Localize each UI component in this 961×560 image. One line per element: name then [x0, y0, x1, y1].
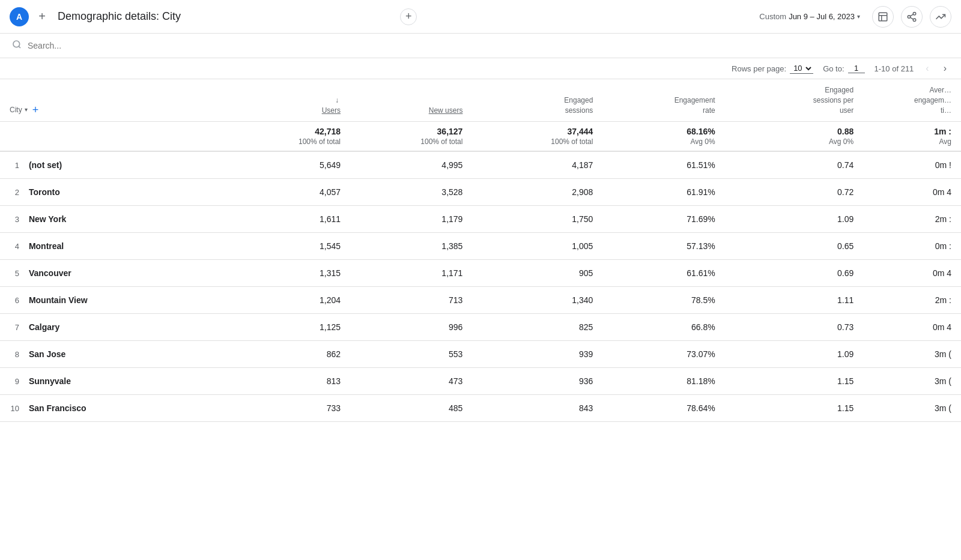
- engagement-rate-cell: 78.5%: [602, 287, 724, 314]
- totals-city-cell: [0, 122, 228, 152]
- add-tab-right-button[interactable]: +: [400, 8, 417, 25]
- totals-engspu-sub: Avg 0%: [735, 137, 854, 146]
- new-users-cell: 473: [350, 368, 472, 395]
- users-cell: 813: [228, 368, 350, 395]
- new-users-cell: 553: [350, 341, 472, 368]
- engaged-spu-column-label: Engagedsessions peruser: [813, 85, 853, 115]
- avatar: A: [10, 7, 29, 26]
- users-cell: 1,125: [228, 314, 350, 341]
- engaged-spu-cell: 0.65: [725, 233, 864, 260]
- engagement-rate-column-label: Engagementrate: [675, 95, 715, 116]
- totals-engrate-main: 68.16%: [612, 127, 715, 136]
- table-row: 9 Sunnyvale 813 473 936 81.18% 1.15 3m (: [0, 368, 961, 395]
- add-dimension-button[interactable]: +: [32, 104, 39, 115]
- users-cell: 5,649: [228, 151, 350, 179]
- engaged-sessions-cell: 843: [472, 395, 602, 422]
- avg-engagement-cell: 0m :: [863, 233, 961, 260]
- city-dropdown-icon[interactable]: ▾: [25, 106, 28, 114]
- engaged-spu-cell: 0.72: [725, 179, 864, 206]
- new-users-column-header[interactable]: New users: [350, 79, 472, 122]
- totals-avg-sub: Avg: [873, 137, 951, 146]
- users-cell: 862: [228, 341, 350, 368]
- row-number: 5: [10, 269, 19, 278]
- row-number: 2: [10, 188, 19, 197]
- city-name: Sunnyvale: [29, 376, 71, 386]
- engaged-sessions-cell: 1,340: [472, 287, 602, 314]
- engaged-spu-cell: 0.69: [725, 260, 864, 287]
- date-chevron-icon: ▾: [857, 13, 860, 20]
- goto-input[interactable]: [848, 64, 865, 73]
- new-users-cell: 1,171: [350, 260, 472, 287]
- avg-engagement-cell: 3m (: [863, 341, 961, 368]
- engaged-spu-cell: 0.73: [725, 314, 864, 341]
- engagement-rate-cell: 61.61%: [602, 260, 724, 287]
- engaged-sessions-cell: 939: [472, 341, 602, 368]
- totals-engaged-main: 37,444: [482, 127, 593, 136]
- city-cell: 2 Toronto: [0, 179, 228, 206]
- row-number: 6: [10, 296, 19, 305]
- engagement-rate-cell: 78.64%: [602, 395, 724, 422]
- engagement-rate-cell: 73.07%: [602, 341, 724, 368]
- city-name: Mountain View: [29, 295, 88, 305]
- add-tab-left-button[interactable]: +: [34, 8, 50, 25]
- avg-engagement-cell: 0m 4: [863, 260, 961, 287]
- goto-label: Go to:: [823, 64, 844, 73]
- date-range-picker[interactable]: Custom Jun 9 – Jul 6, 2023 ▾: [754, 10, 865, 23]
- search-input[interactable]: [28, 41, 949, 50]
- city-cell: 5 Vancouver: [0, 260, 228, 287]
- engagement-rate-cell: 66.8%: [602, 314, 724, 341]
- chart-icon-button[interactable]: [872, 6, 894, 28]
- svg-point-8: [13, 41, 20, 47]
- users-column-header[interactable]: ↓ Users: [228, 79, 350, 122]
- new-users-cell: 996: [350, 314, 472, 341]
- table-row: 10 San Francisco 733 485 843 78.64% 1.15…: [0, 395, 961, 422]
- avg-engagement-cell: 3m (: [863, 368, 961, 395]
- share-icon-button[interactable]: [901, 6, 923, 28]
- sort-arrow-icon: ↓: [335, 95, 339, 106]
- engaged-sessions-cell: 905: [472, 260, 602, 287]
- rows-per-page-control: Rows per page: 10 25 50: [732, 63, 813, 74]
- avg-engagement-column-header: Aver…engagem…ti…: [863, 79, 961, 122]
- users-column-label[interactable]: Users: [322, 106, 341, 116]
- totals-users-main: 42,718: [238, 127, 341, 136]
- row-number: 9: [10, 377, 19, 386]
- table-row: 6 Mountain View 1,204 713 1,340 78.5% 1.…: [0, 287, 961, 314]
- topbar: A + Demographic details: City + Custom J…: [0, 0, 961, 34]
- totals-new-users-sub: 100% of total: [360, 137, 462, 146]
- engaged-sessions-cell: 4,187: [472, 151, 602, 179]
- totals-new-users-cell: 36,127 100% of total: [350, 122, 472, 152]
- users-cell: 1,315: [228, 260, 350, 287]
- totals-engspu-cell: 0.88 Avg 0%: [725, 122, 864, 152]
- avg-engagement-column-label: Aver…engagem…ti…: [914, 85, 951, 115]
- city-column-label: City: [10, 105, 22, 115]
- city-cell: 7 Calgary: [0, 314, 228, 341]
- new-users-cell: 3,528: [350, 179, 472, 206]
- city-cell: 6 Mountain View: [0, 287, 228, 314]
- city-name: New York: [29, 214, 67, 224]
- row-number: 8: [10, 350, 19, 359]
- avg-engagement-cell: 3m (: [863, 395, 961, 422]
- engaged-spu-cell: 1.09: [725, 206, 864, 233]
- next-page-button[interactable]: ›: [941, 62, 949, 75]
- totals-new-users-main: 36,127: [360, 127, 462, 136]
- page-title: Demographic details: City: [58, 10, 395, 23]
- table-row: 4 Montreal 1,545 1,385 1,005 57.13% 0.65…: [0, 233, 961, 260]
- engagement-rate-column-header: Engagementrate: [602, 79, 724, 122]
- city-cell: 9 Sunnyvale: [0, 368, 228, 395]
- prev-page-button[interactable]: ‹: [923, 62, 931, 75]
- rows-per-page-select[interactable]: 10 25 50: [790, 63, 813, 74]
- svg-line-7: [910, 14, 913, 16]
- svg-line-6: [910, 17, 913, 19]
- svg-point-3: [913, 12, 916, 15]
- pagination-bar: Rows per page: 10 25 50 Go to: 1-10 of 2…: [0, 58, 961, 79]
- table-row: 7 Calgary 1,125 996 825 66.8% 0.73 0m 4: [0, 314, 961, 341]
- totals-engaged-cell: 37,444 100% of total: [472, 122, 602, 152]
- new-users-column-label[interactable]: New users: [429, 106, 463, 116]
- totals-users-cell: 42,718 100% of total: [228, 122, 350, 152]
- trend-icon-button[interactable]: [930, 6, 951, 28]
- totals-avg-main: 1m :: [873, 127, 951, 136]
- avg-engagement-cell: 2m :: [863, 206, 961, 233]
- city-cell: 3 New York: [0, 206, 228, 233]
- topbar-right: Custom Jun 9 – Jul 6, 2023 ▾: [754, 6, 951, 28]
- page-info: 1-10 of 211: [875, 64, 914, 73]
